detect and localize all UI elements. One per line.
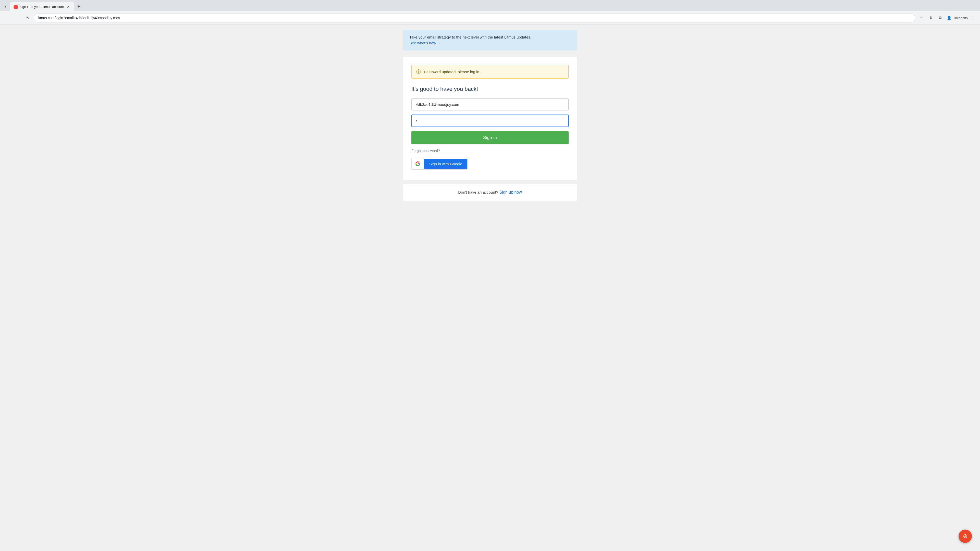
download-button[interactable]: ⬇	[927, 14, 935, 22]
bookmark-button[interactable]: ☆	[918, 14, 926, 22]
address-bar[interactable]: litmus.com/login?email=4db3ad1d%40moodjo…	[34, 13, 915, 22]
password-field-wrapper	[411, 114, 569, 127]
notice-icon: ⓘ	[416, 68, 421, 75]
nav-actions: ☆ ⬇ ⧉ 👤 Incognito ⋮	[918, 14, 977, 22]
help-button[interactable]: ⊕	[959, 530, 972, 543]
tab-close-button[interactable]: ✕	[66, 4, 71, 9]
page-wrapper: Take your email strategy to the next lev…	[0, 25, 980, 551]
see-whats-new-link[interactable]: See what's new →	[409, 41, 441, 45]
email-input[interactable]	[411, 98, 569, 110]
nav-bar: ← → ↻ litmus.com/login?email=4db3ad1d%40…	[0, 11, 980, 24]
signup-prompt-text: Don't have an account?	[458, 190, 498, 194]
back-button[interactable]: ←	[3, 14, 11, 22]
password-input[interactable]	[411, 114, 569, 127]
forgot-password-link[interactable]: Forgot password?	[411, 149, 440, 153]
active-tab[interactable]: 🔴 Sign in to your Litmus account ✕	[10, 2, 74, 11]
forward-button[interactable]: →	[13, 14, 21, 22]
welcome-heading: It's good to have you back!	[411, 86, 569, 92]
login-card: ⓘ Password updated, please log in. It's …	[403, 57, 577, 180]
tab-list-button[interactable]: ▼	[2, 3, 9, 10]
email-field-wrapper	[411, 98, 569, 110]
help-icon: ⊕	[963, 533, 967, 540]
google-icon-box	[412, 158, 424, 169]
tab-title: Sign in to your Litmus account	[19, 5, 64, 9]
browser-chrome: ▼ 🔴 Sign in to your Litmus account ✕ + ←…	[0, 0, 980, 25]
more-options-button[interactable]: ⋮	[969, 14, 977, 22]
profile-button[interactable]: 👤	[945, 14, 953, 22]
reload-button[interactable]: ↻	[24, 14, 32, 22]
forgot-password-wrapper: Forgot password?	[411, 148, 569, 158]
notice-text: Password updated, please log in.	[424, 70, 480, 74]
google-sign-in-button[interactable]: Sign in with Google	[411, 158, 468, 170]
notice-box: ⓘ Password updated, please log in.	[411, 65, 569, 79]
update-banner: Take your email strategy to the next lev…	[403, 30, 577, 51]
sign-up-now-link[interactable]: Sign up now	[500, 190, 522, 194]
split-view-button[interactable]: ⧉	[936, 14, 944, 22]
tab-bar: ▼ 🔴 Sign in to your Litmus account ✕ +	[0, 0, 980, 11]
google-g-icon	[415, 161, 420, 166]
signup-card: Don't have an account? Sign up now	[403, 184, 577, 201]
google-sign-in-label: Sign in with Google	[424, 159, 467, 169]
google-sign-in-wrapper: Sign in with Google	[411, 158, 569, 170]
address-text: litmus.com/login?email=4db3ad1d%40moodjo…	[38, 16, 912, 20]
sign-in-button[interactable]: Sign in	[411, 131, 569, 144]
update-banner-text: Take your email strategy to the next lev…	[409, 35, 571, 39]
incognito-label: Incognito	[954, 16, 968, 20]
new-tab-button[interactable]: +	[75, 3, 82, 10]
tab-favicon: 🔴	[13, 5, 18, 9]
